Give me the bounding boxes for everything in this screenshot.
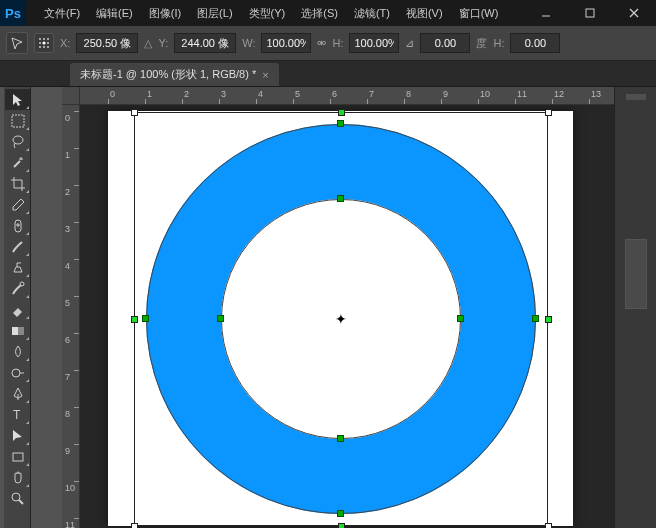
transform-handle[interactable] [131, 109, 138, 116]
transform-handle[interactable] [338, 523, 345, 529]
anchor-point[interactable] [337, 510, 344, 517]
svg-rect-1 [586, 9, 594, 17]
y-field[interactable] [174, 33, 236, 53]
maximize-button[interactable] [568, 0, 612, 26]
crop-tool[interactable] [5, 173, 30, 194]
pen-tool[interactable] [5, 383, 30, 404]
marquee-tool[interactable] [5, 110, 30, 131]
zoom-tool[interactable] [5, 488, 30, 509]
ruler-horizontal[interactable]: 012345678910111213 [80, 87, 614, 105]
anchor-point[interactable] [337, 120, 344, 127]
link-icon[interactable]: ⚮ [317, 37, 326, 50]
clone-stamp-tool[interactable] [5, 257, 30, 278]
anchor-point[interactable] [457, 315, 464, 322]
svg-rect-13 [12, 115, 24, 127]
options-bar: X: △ Y: W: ⚮ H: ⊿ 度 H: [0, 26, 656, 61]
anchor-point[interactable] [217, 315, 224, 322]
transform-handle[interactable] [545, 316, 552, 323]
document-tab-title: 未标题-1 @ 100% (形状 1, RGB/8) * [80, 67, 256, 82]
h-field[interactable] [349, 33, 399, 53]
titlebar: Ps 文件(F) 编辑(E) 图像(I) 图层(L) 类型(Y) 选择(S) 滤… [0, 0, 656, 26]
svg-point-11 [43, 46, 45, 48]
svg-rect-20 [12, 327, 18, 335]
skew-h-label: H: [493, 37, 504, 49]
healing-brush-tool[interactable] [5, 215, 30, 236]
skew-h-field[interactable] [510, 33, 560, 53]
eyedropper-tool[interactable] [5, 194, 30, 215]
transform-handle[interactable] [545, 523, 552, 529]
angle-field[interactable] [420, 33, 470, 53]
menu-edit[interactable]: 编辑(E) [88, 2, 141, 25]
gradient-tool[interactable] [5, 320, 30, 341]
viewport[interactable]: ✦ [80, 105, 614, 528]
center-mark-icon: ✦ [335, 311, 347, 327]
angle-unit: 度 [476, 36, 487, 51]
move-tool[interactable] [5, 89, 30, 110]
menu-type[interactable]: 类型(Y) [241, 2, 294, 25]
x-field[interactable] [76, 33, 138, 53]
svg-point-10 [39, 46, 41, 48]
brush-tool[interactable] [5, 236, 30, 257]
reference-point-grid[interactable] [34, 33, 54, 53]
anchor-point[interactable] [337, 195, 344, 202]
main-area: T 012345678910111213 01234567891011 ✦ [0, 87, 656, 528]
menu-file[interactable]: 文件(F) [36, 2, 88, 25]
rectangle-tool[interactable] [5, 446, 30, 467]
transform-handle[interactable] [131, 316, 138, 323]
history-brush-tool[interactable] [5, 278, 30, 299]
transform-handle[interactable] [545, 109, 552, 116]
path-selection-tool[interactable] [5, 425, 30, 446]
menu-window[interactable]: 窗口(W) [451, 2, 507, 25]
document-tab[interactable]: 未标题-1 @ 100% (形状 1, RGB/8) * × [70, 63, 279, 86]
anchor-point[interactable] [337, 435, 344, 442]
type-tool[interactable]: T [5, 404, 30, 425]
h-label: H: [332, 37, 343, 49]
app-logo: Ps [0, 0, 26, 26]
minimize-button[interactable] [524, 0, 568, 26]
anchor-point[interactable] [142, 315, 149, 322]
lasso-tool[interactable] [5, 131, 30, 152]
transform-bounding-box[interactable]: ✦ [134, 112, 548, 526]
canvas[interactable]: ✦ [108, 111, 573, 526]
collapsed-panel[interactable] [625, 239, 647, 309]
right-dock [614, 87, 656, 528]
menu-view[interactable]: 视图(V) [398, 2, 451, 25]
svg-point-12 [47, 46, 49, 48]
transform-handle[interactable] [338, 109, 345, 116]
svg-rect-25 [13, 453, 23, 461]
svg-point-21 [12, 369, 20, 377]
dodge-tool[interactable] [5, 362, 30, 383]
tool-preset-picker[interactable] [6, 32, 28, 54]
ruler-origin[interactable] [62, 87, 80, 105]
svg-point-18 [20, 282, 24, 286]
ruler-vertical[interactable]: 01234567891011 [62, 105, 80, 528]
w-label: W: [242, 37, 255, 49]
menu-layer[interactable]: 图层(L) [189, 2, 240, 25]
delta-icon[interactable]: △ [144, 37, 152, 50]
w-field[interactable] [261, 33, 311, 53]
anchor-point[interactable] [532, 315, 539, 322]
eraser-tool[interactable] [5, 299, 30, 320]
svg-text:T: T [13, 408, 21, 422]
dock-grip-icon[interactable] [621, 93, 651, 101]
canvas-area: 012345678910111213 01234567891011 ✦ [62, 87, 614, 528]
menu-filter[interactable]: 滤镜(T) [346, 2, 398, 25]
window-controls [524, 0, 656, 26]
svg-point-4 [39, 38, 41, 40]
close-button[interactable] [612, 0, 656, 26]
angle-icon: ⊿ [405, 37, 414, 50]
menubar: 文件(F) 编辑(E) 图像(I) 图层(L) 类型(Y) 选择(S) 滤镜(T… [36, 2, 506, 25]
tools-panel-wrap: T [0, 87, 62, 528]
transform-handle[interactable] [131, 523, 138, 529]
close-tab-icon[interactable]: × [262, 69, 268, 81]
blur-tool[interactable] [5, 341, 30, 362]
tools-panel: T [4, 87, 31, 528]
magic-wand-tool[interactable] [5, 152, 30, 173]
menu-select[interactable]: 选择(S) [293, 2, 346, 25]
svg-point-5 [43, 38, 45, 40]
svg-point-8 [42, 41, 45, 44]
tools-ruler-gutter [33, 87, 62, 528]
x-label: X: [60, 37, 70, 49]
hand-tool[interactable] [5, 467, 30, 488]
menu-image[interactable]: 图像(I) [141, 2, 189, 25]
